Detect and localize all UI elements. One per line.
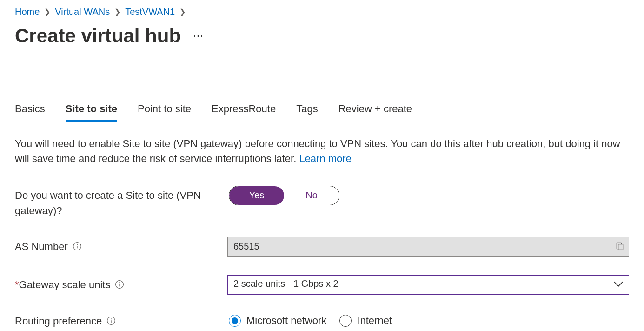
gateway-scale-label-text: *Gateway scale units (15, 277, 110, 292)
as-number-label: AS Number (15, 237, 227, 254)
info-icon[interactable] (73, 242, 82, 251)
tab-review-create[interactable]: Review + create (339, 103, 412, 122)
intro-text: You will need to enable Site to site (VP… (15, 136, 629, 166)
field-create-gateway: Do you want to create a Site to site (VP… (15, 186, 629, 218)
as-number-input (227, 237, 629, 257)
routing-label-text: Routing preference (15, 313, 102, 329)
svg-point-2 (77, 244, 77, 245)
gateway-scale-select[interactable]: 2 scale units - 1 Gbps x 2 (227, 275, 629, 295)
more-icon[interactable]: ⋯ (193, 30, 204, 42)
radio-circle (339, 315, 352, 327)
tab-site-to-site[interactable]: Site to site (66, 103, 117, 122)
copy-icon[interactable] (615, 241, 624, 252)
tab-expressroute[interactable]: ExpressRoute (212, 103, 276, 122)
info-icon[interactable] (106, 316, 116, 325)
tab-point-to-site[interactable]: Point to site (138, 103, 191, 122)
toggle-yes[interactable]: Yes (229, 186, 284, 205)
tabs: Basics Site to site Point to site Expres… (15, 103, 629, 122)
page-title: Create virtual hub (15, 25, 181, 47)
radio-internet[interactable]: Internet (339, 315, 392, 327)
info-icon[interactable] (115, 280, 124, 289)
page-title-row: Create virtual hub ⋯ (15, 25, 629, 47)
field-routing-preference: Routing preference Microsoft network Int… (15, 313, 629, 329)
gateway-scale-select-wrapper: 2 scale units - 1 Gbps x 2 (227, 275, 629, 295)
tab-tags[interactable]: Tags (296, 103, 318, 122)
as-number-label-text: AS Number (15, 239, 68, 254)
routing-radio-group: Microsoft network Internet (229, 315, 392, 327)
create-gateway-label: Do you want to create a Site to site (VP… (15, 186, 229, 218)
chevron-right-icon: ❯ (44, 7, 50, 16)
field-as-number: AS Number (15, 237, 629, 257)
gateway-scale-label: *Gateway scale units (15, 275, 227, 292)
chevron-right-icon: ❯ (179, 7, 186, 16)
breadcrumb-testvwan1[interactable]: TestVWAN1 (125, 7, 175, 17)
as-number-input-wrapper (227, 237, 629, 257)
svg-point-9 (111, 319, 112, 319)
breadcrumb-home[interactable]: Home (15, 7, 40, 17)
toggle-no[interactable]: No (284, 186, 339, 205)
svg-point-6 (120, 283, 120, 283)
radio-internet-label: Internet (357, 315, 392, 327)
tab-basics[interactable]: Basics (15, 103, 45, 122)
learn-more-link[interactable]: Learn more (299, 153, 352, 164)
field-gateway-scale: *Gateway scale units 2 scale units - 1 G… (15, 275, 629, 295)
svg-rect-3 (618, 244, 623, 250)
create-gateway-label-text: Do you want to create a Site to site (VP… (15, 188, 210, 218)
radio-circle-selected (229, 315, 241, 327)
radio-microsoft-network[interactable]: Microsoft network (229, 315, 326, 327)
chevron-right-icon: ❯ (114, 7, 120, 16)
breadcrumb-virtual-wans[interactable]: Virtual WANs (55, 7, 110, 17)
breadcrumb: Home ❯ Virtual WANs ❯ TestVWAN1 ❯ (15, 7, 629, 17)
create-gateway-toggle[interactable]: Yes No (229, 186, 339, 205)
routing-label: Routing preference (15, 313, 229, 329)
radio-microsoft-network-label: Microsoft network (246, 315, 326, 327)
